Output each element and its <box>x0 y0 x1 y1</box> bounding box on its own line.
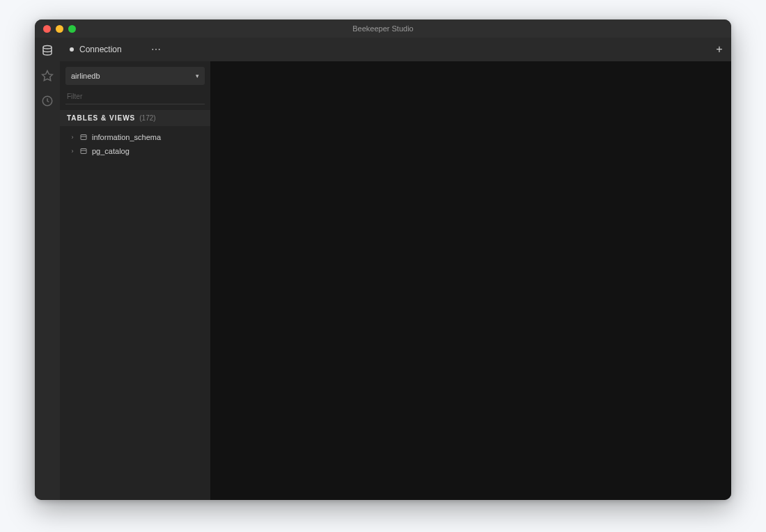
minimize-window-button[interactable] <box>56 25 63 33</box>
titlebar: Beekeeper Studio <box>35 19 731 38</box>
window-controls <box>35 25 76 33</box>
app-body: Connection ⋯ + airlinedb ▾ <box>35 38 731 500</box>
sidebar: airlinedb ▾ TABLES & VIEWS (172) › <box>60 61 210 500</box>
database-selector[interactable]: airlinedb ▾ <box>65 67 205 85</box>
schema-icon <box>79 147 88 155</box>
tables-section-count: (172) <box>139 114 155 122</box>
tree-item-label: information_schema <box>92 133 205 141</box>
tab-label: Connection <box>79 45 146 54</box>
new-tab-button[interactable]: + <box>708 38 731 61</box>
filter-wrap <box>65 89 205 104</box>
star-icon[interactable] <box>41 70 54 82</box>
tab-dirty-indicator <box>70 47 74 52</box>
editor-area <box>210 61 731 500</box>
tab-connection[interactable]: Connection ⋯ <box>60 38 171 61</box>
tree-item-label: pg_catalog <box>92 147 205 155</box>
tree-item-pg-catalog[interactable]: › pg_catalog <box>60 144 210 158</box>
tree: › information_schema › <box>60 129 210 159</box>
chevron-right-icon: › <box>70 148 75 155</box>
lower-area: airlinedb ▾ TABLES & VIEWS (172) › <box>60 61 731 500</box>
tab-bar-spacer <box>171 38 708 61</box>
svg-rect-5 <box>81 149 86 154</box>
tab-menu-button[interactable]: ⋯ <box>151 44 162 55</box>
chevron-right-icon: › <box>70 134 75 141</box>
close-window-button[interactable] <box>43 25 51 33</box>
history-icon[interactable] <box>41 95 54 107</box>
svg-point-0 <box>43 46 52 49</box>
database-selector-value: airlinedb <box>71 72 100 80</box>
filter-input[interactable] <box>65 89 205 104</box>
app-window: Beekeeper Studio <box>35 19 731 500</box>
database-icon[interactable] <box>41 45 54 57</box>
tables-section-label: TABLES & VIEWS <box>67 114 135 122</box>
right-column: Connection ⋯ + airlinedb ▾ <box>60 38 731 500</box>
tables-section-header[interactable]: TABLES & VIEWS (172) <box>60 110 210 126</box>
window-title: Beekeeper Studio <box>35 24 731 33</box>
schema-icon <box>79 133 88 141</box>
activity-rail <box>35 38 60 500</box>
tab-bar: Connection ⋯ + <box>60 38 731 61</box>
svg-marker-1 <box>42 71 53 81</box>
chevron-down-icon: ▾ <box>196 72 199 79</box>
svg-rect-3 <box>81 135 86 140</box>
tree-item-information-schema[interactable]: › information_schema <box>60 130 210 144</box>
zoom-window-button[interactable] <box>68 25 76 33</box>
